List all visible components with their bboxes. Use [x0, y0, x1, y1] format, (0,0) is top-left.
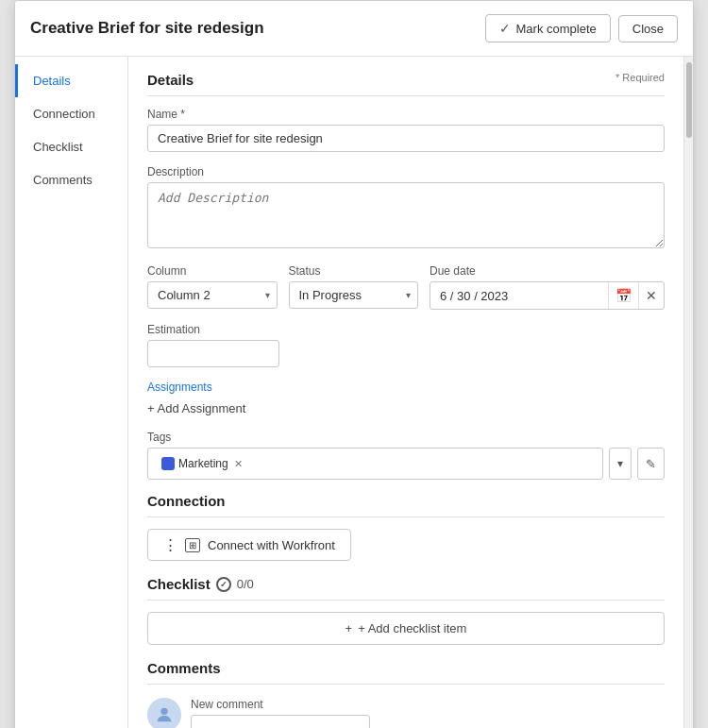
name-field-group: Name *	[147, 108, 665, 152]
sidebar-item-comments[interactable]: Comments	[15, 163, 127, 196]
estimation-label: Estimation	[147, 323, 665, 336]
due-date-input[interactable]	[430, 283, 608, 309]
checklist-title: Checklist	[147, 576, 211, 592]
status-field-group: Status To Do In Progress Done ▾	[289, 264, 419, 310]
comments-section: Comments New comment	[147, 660, 665, 728]
tags-label: Tags	[147, 431, 665, 444]
tags-row: Marketing ✕ ▾ ✎	[147, 448, 665, 480]
tags-dropdown-button[interactable]: ▾	[609, 448, 632, 480]
column-select[interactable]: Column 1 Column 2 Column 3	[147, 281, 278, 309]
new-comment-field-group: New comment	[191, 698, 665, 728]
checklist-count: 0/0	[237, 577, 254, 591]
scrollbar-thumb[interactable]	[686, 62, 692, 138]
tag-color-swatch	[161, 457, 175, 470]
workfront-icon: ⋮	[163, 536, 177, 553]
due-date-field-group: Due date 📅 ✕	[430, 264, 665, 310]
modal-title: Creative Brief for site redesign	[30, 19, 264, 38]
new-comment-label: New comment	[191, 698, 665, 711]
svg-point-0	[160, 708, 167, 715]
tag-marketing: Marketing ✕	[156, 455, 248, 472]
name-input[interactable]	[147, 125, 665, 152]
column-status-date-row: Column Column 1 Column 2 Column 3 ▾ Stat…	[147, 264, 665, 310]
header-actions: ✓ Mark complete Close	[485, 14, 679, 42]
comment-input[interactable]	[191, 715, 370, 728]
status-label: Status	[289, 264, 419, 278]
main-content: Details * Required Name * Description	[128, 57, 683, 728]
status-select-wrapper: To Do In Progress Done ▾	[289, 281, 419, 309]
modal-header: Creative Brief for site redesign ✓ Mark …	[15, 1, 693, 57]
mark-complete-button[interactable]: ✓ Mark complete	[485, 14, 611, 42]
check-circle-icon: ✓	[216, 577, 231, 592]
description-textarea[interactable]	[147, 182, 665, 248]
add-checklist-item-button[interactable]: + + Add checklist item	[147, 612, 665, 645]
sidebar-item-connection[interactable]: Connection	[15, 97, 127, 130]
details-section: Details * Required Name * Description	[147, 72, 665, 480]
check-circle-icon: ✓	[499, 21, 511, 36]
assignments-label: Assignments	[147, 381, 665, 394]
name-label: Name *	[147, 108, 665, 121]
checklist-section-header: Checklist ✓ 0/0	[147, 576, 665, 601]
sidebar: Details Connection Checklist Comments	[15, 57, 128, 728]
status-select[interactable]: To Do In Progress Done	[289, 281, 419, 309]
due-date-label: Due date	[430, 264, 665, 278]
tag-label: Marketing	[178, 457, 228, 470]
column-select-wrapper: Column 1 Column 2 Column 3 ▾	[147, 281, 278, 309]
assignments-group: Assignments + Add Assignment	[147, 381, 665, 417]
modal-body: Details Connection Checklist Comments De…	[15, 57, 693, 728]
column-label: Column	[147, 264, 278, 278]
estimation-input[interactable]	[147, 340, 279, 367]
comments-section-header: Comments	[147, 660, 665, 685]
connect-workfront-icon: ⊞	[185, 538, 200, 552]
plus-icon: +	[346, 621, 353, 635]
due-date-wrapper: 📅 ✕	[430, 281, 665, 310]
connect-workfront-button[interactable]: ⋮ ⊞ Connect with Workfront	[147, 529, 351, 561]
new-comment-row: New comment	[147, 698, 665, 728]
sidebar-item-checklist[interactable]: Checklist	[15, 130, 127, 163]
add-assignment-button[interactable]: + Add Assignment	[147, 399, 245, 417]
column-field-group: Column Column 1 Column 2 Column 3 ▾	[147, 264, 278, 310]
calendar-icon: 📅	[615, 288, 632, 303]
estimation-field-group: Estimation	[147, 323, 665, 367]
tag-remove-button[interactable]: ✕	[234, 458, 243, 470]
connection-section-header: Connection	[147, 493, 665, 517]
description-label: Description	[147, 165, 665, 178]
calendar-icon-button[interactable]: 📅	[608, 282, 638, 309]
checklist-section: Checklist ✓ 0/0 + + Add checklist item	[147, 576, 665, 645]
close-button[interactable]: Close	[618, 15, 678, 42]
connection-section: Connection ⋮ ⊞ Connect with Workfront	[147, 493, 665, 561]
tags-group: Tags Marketing ✕ ▾	[147, 431, 665, 480]
times-icon: ✕	[646, 288, 657, 303]
user-avatar	[147, 698, 181, 728]
tags-input-area[interactable]: Marketing ✕	[147, 448, 603, 480]
sidebar-item-details[interactable]: Details	[15, 64, 127, 97]
details-section-header: Details * Required	[147, 72, 665, 96]
scrollbar-track[interactable]	[683, 57, 693, 728]
tags-edit-button[interactable]: ✎	[637, 448, 665, 480]
clear-date-button[interactable]: ✕	[638, 282, 664, 309]
description-field-group: Description	[147, 165, 665, 251]
task-modal: Creative Brief for site redesign ✓ Mark …	[14, 0, 694, 728]
pencil-icon: ✎	[646, 457, 656, 471]
chevron-down-icon: ▾	[617, 457, 623, 470]
